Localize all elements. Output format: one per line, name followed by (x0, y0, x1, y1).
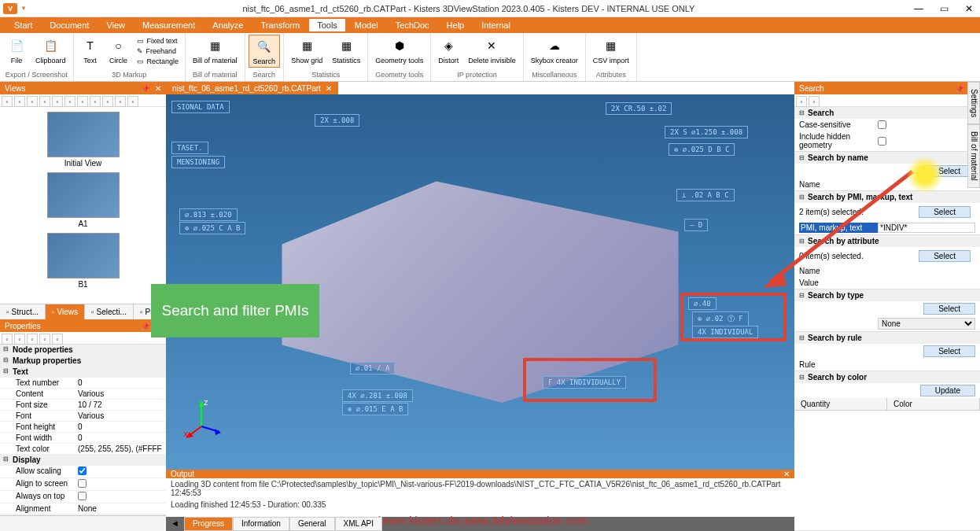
prop-checkbox[interactable] (78, 466, 87, 475)
toolbar-btn[interactable]: ▫ (27, 96, 38, 107)
section-search[interactable]: ⊟Search (794, 107, 980, 119)
section-by-rule[interactable]: ⊟Search by rule (794, 332, 980, 344)
type-select[interactable]: None (878, 318, 975, 330)
ribbon-circle[interactable]: ○Circle (105, 35, 132, 66)
pmi-annotation[interactable]: ⌀.01 / A (350, 362, 395, 374)
toolbar-btn[interactable]: ▫ (2, 96, 13, 107)
view-thumbnail[interactable] (47, 233, 120, 278)
collapse-icon[interactable]: ⊟ (799, 154, 805, 161)
menu-internal[interactable]: Internal (473, 19, 518, 31)
ribbon-show-grid[interactable]: ▦Show grid (287, 35, 326, 66)
menu-help[interactable]: Help (439, 19, 473, 31)
menu-transform[interactable]: Transform (252, 19, 308, 31)
toolbar-btn[interactable]: ▫ (39, 96, 50, 107)
output-tab-xml api[interactable]: XML API (335, 517, 383, 531)
toolbar-btn[interactable]: ▫ (809, 96, 820, 107)
toolbar-btn[interactable]: ▫ (14, 96, 25, 107)
menu-tools[interactable]: Tools (309, 19, 345, 31)
section-by-name[interactable]: ⊟Search by name (794, 152, 980, 164)
tab-struct[interactable]: ▫Struct... (0, 304, 46, 319)
toolbar-btn[interactable]: ▫ (52, 334, 63, 345)
collapse-icon[interactable]: ⊟ (799, 374, 805, 381)
minimize-button[interactable]: — (911, 2, 927, 15)
pin-icon[interactable]: 📌 (955, 84, 964, 93)
ribbon-clipboard[interactable]: 📋Clipboard (31, 35, 70, 66)
ribbon-geometry-tools[interactable]: ⬢Geometry tools (371, 35, 427, 66)
toolbar-btn[interactable]: ▫ (52, 96, 63, 107)
scroll-left-icon[interactable]: ◄ (166, 517, 184, 531)
output-tab-general[interactable]: General (289, 517, 335, 531)
select-button[interactable]: Select (923, 303, 975, 315)
menu-techdoc[interactable]: TechDoc (388, 19, 437, 31)
pmi-annotation[interactable]: 4X ⌀.281 ±.008 (342, 389, 413, 402)
collapse-icon[interactable]: ⊟ (799, 109, 805, 116)
3d-viewport[interactable]: XZ 2X CR.50 ±.022X S ⌀1.250 ±.008⊕ ⌀.025… (166, 94, 794, 470)
collapse-icon[interactable]: ⊟ (799, 334, 805, 341)
ribbon-csv-import[interactable]: ▦CSV import (589, 35, 633, 66)
output-tab-progress[interactable]: Progress (184, 517, 233, 531)
pmi-annotation[interactable]: ⌀.813 ±.020 (179, 208, 238, 221)
prop-group-markup-properties[interactable]: ⊟ Markup properties (0, 356, 166, 367)
side-tab-settings[interactable]: Settings (967, 82, 980, 124)
prop-group-node-properties[interactable]: ⊟ Node properties (0, 345, 166, 356)
prop-group-display[interactable]: ⊟ Display (0, 455, 166, 466)
toolbar-btn[interactable]: ▫ (90, 96, 101, 107)
pmi-annotation[interactable]: MENSIONING (171, 156, 225, 168)
toolbar-btn[interactable]: ▫ (115, 96, 126, 107)
ribbon-skybox-creator[interactable]: ☁Skybox creator (527, 35, 582, 66)
pmi-annotation[interactable]: 2X CR.50 ±.02 (606, 102, 672, 115)
output-tab-information[interactable]: Information (233, 517, 289, 531)
pmi-annotation[interactable]: 2X ±.008 (315, 114, 359, 127)
pmi-annotation[interactable]: 2X S ⌀1.250 ±.008 (665, 126, 748, 138)
pin-icon[interactable]: 📌 (141, 84, 150, 93)
toolbar-btn[interactable]: ▫ (27, 334, 38, 345)
menu-view[interactable]: View (98, 19, 133, 31)
menu-document[interactable]: Document (42, 19, 97, 31)
close-icon[interactable]: ✕ (155, 84, 161, 93)
select-button[interactable]: Select (923, 345, 975, 357)
toolbar-btn[interactable]: ▫ (64, 96, 76, 107)
select-button[interactable]: Select (919, 206, 971, 218)
pmi-annotation[interactable]: ⊕ ⌀.025 C A B (179, 222, 245, 234)
pin-icon[interactable]: 📌 (141, 322, 150, 330)
tab-selecti[interactable]: ▫Selecti... (85, 304, 134, 319)
prop-group-text[interactable]: ⊟ Text (0, 367, 166, 378)
view-thumbnail[interactable] (47, 172, 120, 218)
menu-analyze[interactable]: Analyze (204, 19, 251, 31)
case-sensitive-checkbox[interactable] (878, 120, 886, 129)
toolbar-btn[interactable]: ▫ (796, 96, 807, 107)
ribbon-freehand[interactable]: ✎Freehand (135, 46, 181, 56)
toolbar-btn[interactable]: ▫ (14, 334, 25, 345)
tab-views[interactable]: ▫Views (46, 304, 85, 319)
close-button[interactable]: ✕ (961, 2, 977, 15)
ribbon-search[interactable]: 🔍Search (249, 35, 281, 68)
document-tab[interactable]: nist_ftc_06_asme1_rd_ct5260_rb.CATPart✕ (166, 82, 338, 94)
pmi-annotation[interactable]: — D (684, 219, 708, 231)
ribbon-bill-of-material[interactable]: ▦Bill of material (189, 35, 241, 66)
toolbar-btn[interactable]: ▫ (2, 334, 13, 345)
ribbon-distort[interactable]: ◈Distort (434, 35, 462, 66)
prop-checkbox[interactable] (78, 492, 87, 500)
update-button[interactable]: Update (920, 385, 975, 396)
section-by-color[interactable]: ⊟Search by color (794, 371, 980, 383)
toolbar-btn[interactable]: ▫ (102, 96, 113, 107)
pmi-annotation[interactable]: TASET. (171, 142, 208, 154)
toolbar-btn[interactable]: ▫ (127, 96, 138, 107)
hidden-geo-checkbox[interactable] (878, 137, 886, 146)
ribbon-delete-invisible[interactable]: ✕Delete invisible (464, 35, 520, 66)
menu-start[interactable]: Start (6, 19, 40, 31)
ribbon-statistics[interactable]: ▦Statistics (328, 35, 364, 66)
close-icon[interactable]: ✕ (326, 84, 332, 93)
pmi-annotation[interactable]: ⊥ .02 A B C (676, 189, 735, 201)
select-button[interactable]: Select (919, 250, 971, 262)
ribbon-file[interactable]: 📄File (3, 35, 30, 66)
pmi-annotation[interactable]: ⊕ ⌀.015 E A B (342, 403, 408, 415)
toolbar-btn[interactable]: ▫ (39, 334, 50, 345)
menu-measurement[interactable]: Measurement (134, 19, 203, 31)
view-thumbnail[interactable] (47, 112, 120, 157)
ribbon-rectangle[interactable]: ▭Rectangle (135, 57, 181, 66)
menu-model[interactable]: Model (347, 19, 386, 31)
close-icon[interactable]: ✕ (783, 470, 790, 478)
pmi-annotation[interactable]: SIONAL DATA (171, 101, 230, 113)
maximize-button[interactable]: ▭ (936, 2, 952, 15)
